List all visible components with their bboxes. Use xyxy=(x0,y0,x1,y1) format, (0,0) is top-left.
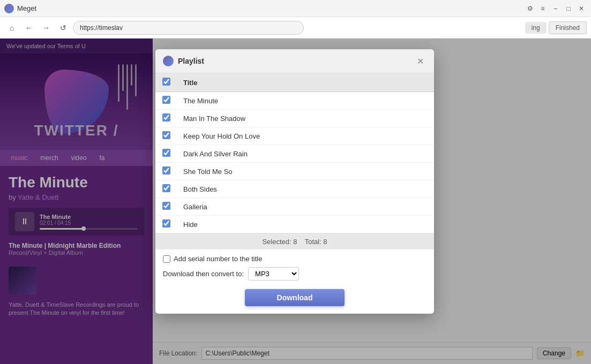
minimize-button[interactable]: – xyxy=(550,3,561,14)
dialog-close-button[interactable]: ✕ xyxy=(414,55,427,67)
tab-downloading[interactable]: ing xyxy=(525,22,547,34)
convert-format-select[interactable]: MP3 AAC FLAC WAV Original xyxy=(248,267,299,280)
row-title-4: Dark And Silver Rain xyxy=(177,145,434,163)
app-title: Meget xyxy=(17,4,36,12)
forward-button[interactable]: → xyxy=(39,20,54,35)
playlist-status: Selected: 8 Total: 8 xyxy=(155,233,434,249)
table-row: She Told Me So xyxy=(155,163,434,180)
row-title-2: Man In The Shadow xyxy=(177,110,434,127)
serial-number-checkbox[interactable] xyxy=(163,255,170,263)
convert-label: Download then convert to: xyxy=(163,270,244,278)
dialog-title: Playlist xyxy=(178,57,409,65)
row-checkbox-6[interactable] xyxy=(162,184,170,192)
maximize-button[interactable]: □ xyxy=(563,3,574,14)
row-checkbox-cell xyxy=(155,180,177,198)
playlist-table: Title The Minute Man In The Shadow Keep … xyxy=(155,73,434,233)
select-all-header xyxy=(155,73,177,92)
tab-finished[interactable]: Finished xyxy=(549,21,587,34)
row-checkbox-cell xyxy=(155,163,177,180)
table-row: Both Sides xyxy=(155,180,434,198)
row-checkbox-2[interactable] xyxy=(162,113,170,122)
row-checkbox-cell xyxy=(155,92,177,110)
row-title-3: Keep Your Hold On Love xyxy=(177,127,434,145)
title-column-header: Title xyxy=(177,73,434,92)
refresh-button[interactable]: ↺ xyxy=(56,20,71,35)
main-area: We've updated our Terms of U TWITTER / m… xyxy=(0,39,591,364)
table-row: The Minute xyxy=(155,92,434,110)
dialog-footer: Download xyxy=(155,284,434,314)
title-bar: Meget ⚙ ≡ – □ ✕ xyxy=(0,0,591,17)
playlist-table-container: Title The Minute Man In The Shadow Keep … xyxy=(155,73,434,233)
app-icon xyxy=(4,4,14,13)
table-row: Man In The Shadow xyxy=(155,110,434,127)
menu-button[interactable]: ≡ xyxy=(537,3,548,14)
row-checkbox-8[interactable] xyxy=(162,219,170,228)
row-checkbox-cell xyxy=(155,127,177,145)
row-title-7: Galleria xyxy=(177,198,434,216)
row-title-8: Hide xyxy=(177,216,434,233)
row-title-5: She Told Me So xyxy=(177,163,434,180)
selected-count: Selected: 8 xyxy=(262,238,297,246)
settings-button[interactable]: ⚙ xyxy=(525,3,535,14)
table-row: Dark And Silver Rain xyxy=(155,145,434,163)
table-row: Galleria xyxy=(155,198,434,216)
table-row: Keep Your Hold On Love xyxy=(155,127,434,145)
back-button[interactable]: ← xyxy=(21,20,36,35)
dialog-logo xyxy=(163,56,174,66)
select-all-checkbox[interactable] xyxy=(162,78,170,86)
close-button[interactable]: ✕ xyxy=(576,3,587,14)
row-title-6: Both Sides xyxy=(177,180,434,198)
serial-number-label: Add serial number to the title xyxy=(174,255,262,263)
row-checkbox-4[interactable] xyxy=(162,149,170,157)
serial-option-row: Add serial number to the title xyxy=(163,255,427,263)
nav-bar: ⌂ ← → ↺ ing Finished xyxy=(0,17,591,39)
row-checkbox-1[interactable] xyxy=(162,96,170,104)
row-checkbox-cell xyxy=(155,145,177,163)
total-count: Total: 8 xyxy=(305,238,327,246)
window-controls: ⚙ ≡ – □ ✕ xyxy=(525,3,587,14)
row-checkbox-3[interactable] xyxy=(162,131,170,139)
row-title-1: The Minute xyxy=(177,92,434,110)
convert-row: Download then convert to: MP3 AAC FLAC W… xyxy=(163,267,427,280)
row-checkbox-cell xyxy=(155,216,177,233)
row-checkbox-5[interactable] xyxy=(162,166,170,175)
address-input[interactable] xyxy=(73,21,304,35)
dialog-options: Add serial number to the title Download … xyxy=(155,249,434,284)
playlist-dialog: Playlist ✕ Title The Minute xyxy=(155,49,434,314)
table-row: Hide xyxy=(155,216,434,233)
dialog-header: Playlist ✕ xyxy=(155,49,434,73)
row-checkbox-cell xyxy=(155,110,177,127)
home-button[interactable]: ⌂ xyxy=(4,20,19,35)
download-button[interactable]: Download xyxy=(245,289,345,306)
row-checkbox-7[interactable] xyxy=(162,202,170,210)
row-checkbox-cell xyxy=(155,198,177,216)
